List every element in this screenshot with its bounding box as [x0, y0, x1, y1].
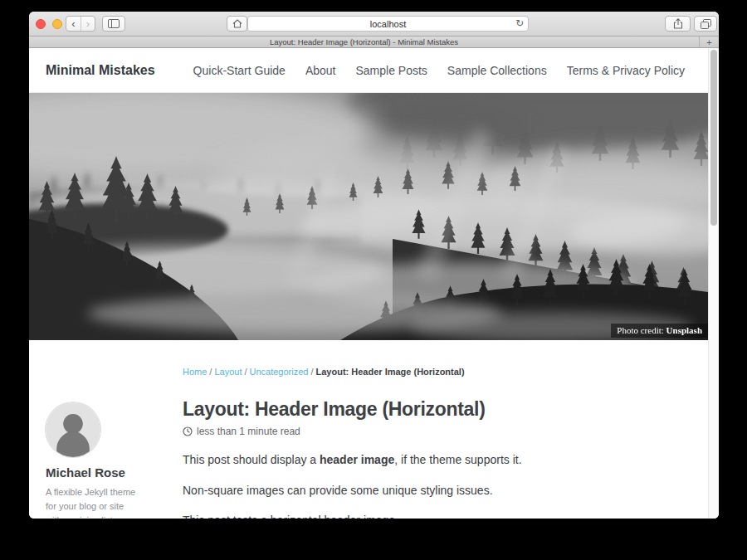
browser-window: ‹ › localhost ↻ — [29, 12, 719, 519]
nav-item-about[interactable]: About — [305, 64, 336, 77]
page-viewport: Minimal Mistakes Quick-Start Guide About… — [29, 48, 719, 519]
nav-item-sample-collections[interactable]: Sample Collections — [447, 64, 547, 77]
breadcrumb-current: Layout: Header Image (Horizontal) — [316, 367, 465, 377]
close-window-button[interactable] — [36, 19, 46, 29]
breadcrumb-link-layout[interactable]: Layout — [214, 367, 242, 377]
site-title-link[interactable]: Minimal Mistakes — [46, 63, 155, 78]
new-tab-button[interactable]: + — [699, 37, 719, 47]
author-avatar — [46, 402, 100, 457]
breadcrumb-link-home[interactable]: Home — [183, 367, 207, 377]
share-icon — [673, 18, 683, 29]
post-title: Layout: Header Image (Horizontal) — [183, 398, 675, 421]
active-tab[interactable]: Layout: Header Image (Horizontal) - Mini… — [29, 37, 699, 47]
scrollbar-thumb[interactable] — [710, 50, 717, 226]
author-sidebar: Michael Rose A flexible Jekyll theme for… — [46, 340, 154, 519]
back-button[interactable]: ‹ — [66, 17, 81, 31]
foggy-forest-illustration — [29, 93, 708, 340]
post-paragraph: This post should display a header image,… — [183, 451, 675, 470]
forward-button[interactable]: › — [81, 17, 95, 31]
photo-credit-caption: Photo credit: Unsplash — [611, 324, 708, 338]
tab-title: Layout: Header Image (Horizontal) - Mini… — [270, 37, 458, 46]
caption-source-link[interactable]: Unsplash — [666, 325, 702, 335]
home-button[interactable] — [227, 16, 247, 32]
header-image: Photo credit: Unsplash — [29, 93, 708, 340]
author-bio: A flexible Jekyll theme for your blog or… — [46, 485, 139, 519]
paragraph-bold-text: header image — [320, 453, 394, 466]
tab-bar: Layout: Header Image (Horizontal) - Mini… — [29, 37, 719, 48]
post-paragraph: This post tests a horizontal header imag… — [183, 512, 675, 519]
author-name: Michael Rose — [46, 465, 154, 480]
address-bar-url: localhost — [370, 19, 406, 29]
paragraph-text: , if the theme supports it. — [394, 453, 521, 466]
home-icon — [232, 19, 242, 28]
nav-item-quick-start-guide[interactable]: Quick-Start Guide — [193, 64, 286, 77]
paragraph-text: This post should display a — [183, 453, 320, 466]
read-time: less than 1 minute read — [197, 426, 300, 437]
breadcrumb: Home/Layout/Uncategorized/Layout: Header… — [183, 367, 675, 377]
nav-item-terms-privacy[interactable]: Terms & Privacy Policy — [567, 64, 685, 77]
share-button[interactable] — [665, 16, 691, 32]
post-meta: less than 1 minute read — [183, 426, 675, 437]
sidebar-icon — [108, 19, 120, 28]
scrollbar[interactable] — [708, 48, 719, 519]
breadcrumb-link-uncategorized[interactable]: Uncategorized — [250, 367, 309, 377]
nav-item-sample-posts[interactable]: Sample Posts — [355, 64, 427, 77]
breadcrumb-separator: / — [244, 367, 247, 377]
post-main: Home/Layout/Uncategorized/Layout: Header… — [183, 340, 708, 519]
avatar-placeholder-icon — [46, 402, 100, 457]
sidebar-toggle-button[interactable] — [102, 16, 125, 32]
refresh-icon[interactable]: ↻ — [515, 17, 524, 29]
site-masthead: Minimal Mistakes Quick-Start Guide About… — [29, 48, 708, 93]
browser-toolbar: ‹ › localhost ↻ — [29, 12, 719, 37]
breadcrumb-separator: / — [310, 367, 313, 377]
history-navigation: ‹ › — [66, 16, 95, 32]
clock-icon — [183, 426, 193, 436]
tabs-icon — [701, 19, 711, 29]
caption-prefix: Photo credit: — [617, 325, 664, 335]
tab-overview-button[interactable] — [694, 16, 717, 32]
breadcrumb-separator: / — [209, 367, 212, 377]
post-paragraph: Non-square images can provide some uniqu… — [183, 482, 675, 500]
minimize-window-button[interactable] — [52, 19, 62, 29]
site-navigation: Quick-Start Guide About Sample Posts Sam… — [193, 64, 685, 77]
address-bar[interactable]: localhost ↻ — [247, 16, 529, 32]
